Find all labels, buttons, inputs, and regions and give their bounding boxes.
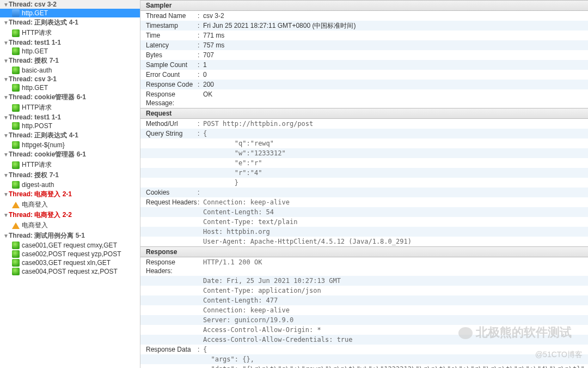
tree-sample-node[interactable]: http.GET	[0, 47, 140, 56]
tree-thread-node[interactable]: Thread: 正则表达式 4-1	[0, 17, 140, 28]
tree-sample-node[interactable]: digest-auth	[0, 180, 140, 189]
detail-row: Bytes:707	[140, 50, 588, 60]
tree-thread-node[interactable]: Thread: test1 1-1	[0, 113, 140, 122]
row-colon: :	[198, 31, 203, 40]
tree-sample-node[interactable]: HTTP请求	[0, 28, 140, 38]
success-icon	[12, 122, 20, 130]
row-key: Response Code	[146, 80, 198, 89]
tree-sample-node[interactable]: 电商登入	[0, 220, 140, 231]
tree-item-label: HTTP请求	[22, 160, 52, 170]
row-value: 200	[203, 80, 583, 89]
row-value: 0	[203, 70, 583, 79]
tree-thread-node[interactable]: Thread: 测试用例分离 5-1	[0, 231, 140, 241]
expand-arrow-icon[interactable]	[3, 152, 9, 158]
tree-sample-node[interactable]: httpget-${num}	[0, 141, 140, 149]
tree-sample-node[interactable]: http.GET	[0, 9, 140, 17]
detail-row: "data": "{\r\n\t\"q\":\"rewq\"\r\n\t\"w\…	[140, 364, 588, 368]
success-icon	[12, 268, 20, 275]
tree-thread-node[interactable]: Thread: 电商登入 2-1	[0, 189, 140, 200]
detail-row: "r":"4"	[140, 168, 588, 178]
tree-thread-node[interactable]: Thread: cookie管理器 6-1	[0, 149, 140, 160]
row-colon: :	[198, 198, 203, 207]
detail-row: Content-Length: 477	[140, 295, 588, 305]
detail-row: User-Agent: Apache-HttpClient/4.5.12 (Ja…	[140, 237, 588, 246]
tree-item-label: digest-auth	[22, 181, 54, 189]
success-icon	[12, 250, 20, 258]
detail-row: Connection: keep-alive	[140, 305, 588, 315]
tree-thread-node[interactable]: Thread: 授权 7-1	[0, 56, 140, 66]
tree-sample-node[interactable]: basic-auth	[0, 66, 140, 75]
success-icon	[12, 67, 20, 74]
tree-thread-node[interactable]: Thread: 正则表达式 4-1	[0, 130, 140, 141]
tree-thread-node[interactable]: Thread: csv 3-2	[0, 0, 140, 9]
success-icon	[12, 84, 20, 92]
row-colon: :	[198, 51, 203, 59]
detail-row: Error Count:0	[140, 70, 588, 80]
row-key: Method/Url	[146, 119, 198, 128]
tree-item-label: http.GET	[22, 84, 48, 92]
tree-item-label: Thread: 电商登入 2-2	[9, 210, 72, 220]
expand-arrow-icon[interactable]	[3, 191, 9, 197]
expand-arrow-icon[interactable]	[3, 233, 9, 239]
tree-item-label: HTTP请求	[22, 103, 52, 112]
detail-row: Server: gunicorn/19.9.0	[140, 315, 588, 325]
detail-row: }	[140, 178, 588, 188]
row-key: Error Count	[146, 70, 198, 79]
tree-item-label: http.GET	[22, 47, 48, 55]
row-key: Timestamp	[146, 21, 198, 30]
row-colon: :	[198, 61, 203, 69]
tree-sample-node[interactable]: case003,GET request xln,GET	[0, 258, 140, 267]
row-value: "e":"r"	[203, 159, 583, 167]
expand-arrow-icon[interactable]	[3, 94, 9, 100]
sampler-section-header: Sampler	[140, 0, 588, 11]
row-colon: :	[198, 70, 203, 79]
row-value: 757 ms	[203, 41, 583, 50]
detail-row: Latency:757 ms	[140, 40, 588, 50]
tree-sample-node[interactable]: HTTP请求	[0, 160, 140, 170]
detail-row: "e":"r"	[140, 158, 588, 168]
row-colon: :	[198, 345, 203, 354]
tree-sample-node[interactable]: http.GET	[0, 83, 140, 92]
row-value: "args": {},	[203, 355, 583, 364]
row-value: Access-Control-Allow-Credentials: true	[203, 335, 583, 344]
expand-arrow-icon[interactable]	[3, 20, 9, 26]
tree-sample-node[interactable]: case002,POST request yzp,POST	[0, 250, 140, 258]
detail-row: Access-Control-Allow-Credentials: true	[140, 335, 588, 345]
expand-arrow-icon[interactable]	[3, 40, 9, 46]
tree-item-label: Thread: 测试用例分离 5-1	[9, 231, 85, 240]
row-colon: :	[198, 119, 203, 128]
detail-row: Time:771 ms	[140, 31, 588, 40]
tree-sample-node[interactable]: http.POST	[0, 122, 140, 130]
tree-thread-node[interactable]: Thread: 授权 7-1	[0, 170, 140, 180]
row-value: Connection: keep-alive	[203, 198, 583, 207]
tree-sample-node[interactable]: case001,GET request cmxy,GET	[0, 241, 140, 250]
row-value: Content-Type: text/plain	[203, 218, 583, 226]
success-icon	[12, 29, 20, 37]
row-value: "data": "{\r\n\t\"q\":\"rewq\"\r\n\t\"w\…	[203, 365, 588, 368]
tree-thread-node[interactable]: Thread: cookie管理器 6-1	[0, 92, 140, 102]
success-icon	[12, 104, 20, 112]
tree-sidebar[interactable]: Thread: csv 3-2http.GETThread: 正则表达式 4-1…	[0, 0, 140, 368]
detail-row: Response Message:OK	[140, 89, 588, 108]
expand-arrow-icon[interactable]	[3, 76, 9, 82]
tree-sample-node[interactable]: case004,POST request xz,POST	[0, 267, 140, 276]
expand-arrow-icon[interactable]	[3, 2, 9, 8]
request-icon	[12, 9, 20, 17]
tree-thread-node[interactable]: Thread: csv 3-1	[0, 75, 140, 83]
expand-arrow-icon[interactable]	[3, 114, 9, 120]
expand-arrow-icon[interactable]	[3, 212, 9, 218]
detail-row: "args": {},	[140, 354, 588, 364]
expand-arrow-icon[interactable]	[3, 132, 9, 138]
row-colon: :	[198, 41, 203, 50]
expand-arrow-icon[interactable]	[3, 172, 9, 178]
tree-thread-node[interactable]: Thread: 电商登入 2-2	[0, 210, 140, 220]
tree-item-label: http.POST	[22, 122, 52, 130]
expand-arrow-icon[interactable]	[3, 58, 9, 64]
row-value: Fri Jun 25 2021 18:27:11 GMT+0800 (中国标准时…	[203, 21, 583, 30]
tree-thread-node[interactable]: Thread: test1 1-1	[0, 38, 140, 47]
detail-row: Host: httpbin.org	[140, 227, 588, 237]
tree-sample-node[interactable]: HTTP请求	[0, 102, 140, 113]
row-key: Query String	[146, 129, 198, 138]
tree-item-label: Thread: test1 1-1	[9, 39, 61, 46]
tree-sample-node[interactable]: 电商登入	[0, 200, 140, 210]
